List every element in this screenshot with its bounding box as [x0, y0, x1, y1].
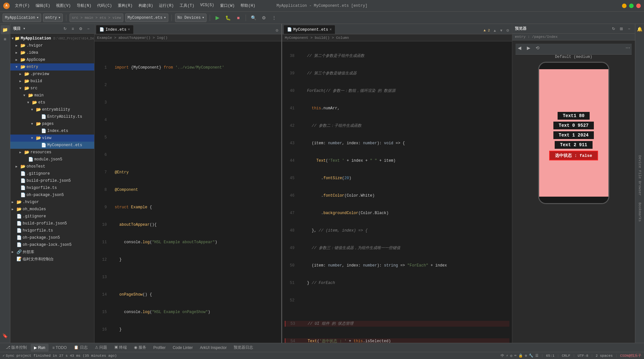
panel-collapse-icon[interactable]: ≡: [70, 26, 76, 32]
tab-services[interactable]: ◉ 服务: [131, 344, 149, 352]
tree-appscope[interactable]: ▶ 📂 AppScope: [10, 56, 94, 63]
device-file-browser-label[interactable]: Device File Browser: [637, 153, 643, 198]
status-icon-6[interactable]: ⚙: [525, 354, 527, 358]
tree-main[interactable]: ▼ 📂 main: [10, 92, 94, 99]
menu-run[interactable]: 运行(R): [156, 2, 176, 9]
tab-preview-log[interactable]: 预览器日志: [230, 344, 256, 352]
tab-arkui-inspector[interactable]: ArkUI Inspector: [197, 344, 230, 352]
status-icon-7[interactable]: 🔧: [529, 354, 533, 358]
status-icon-8[interactable]: ☰: [535, 354, 539, 358]
tree-src[interactable]: ▼ 📂 src: [10, 85, 94, 92]
tree-oh-package-root[interactable]: 📄 oh-package.json5: [10, 234, 94, 241]
left-pane-settings[interactable]: ⚙: [274, 27, 280, 33]
tab-code-linter[interactable]: Code Linter: [170, 344, 196, 352]
right-pane-down[interactable]: ▼: [498, 27, 504, 33]
preview-minimize-icon[interactable]: −: [626, 26, 632, 32]
status-position[interactable]: 65:1: [546, 354, 554, 358]
sidebar-project-icon[interactable]: 📁: [1, 25, 10, 34]
status-line-ending[interactable]: CRLF: [562, 354, 570, 358]
tab-log[interactable]: 📋 日志: [71, 344, 91, 352]
sidebar-bookmarks-icon[interactable]: 🔖: [1, 331, 10, 340]
status-icon-4[interactable]: ⌨: [514, 354, 516, 358]
right-pane-up[interactable]: ▲: [492, 27, 498, 33]
tree-gitignore-root[interactable]: 📄 .gitignore: [10, 213, 94, 220]
tree-build[interactable]: ▶ 📂 build: [10, 78, 94, 85]
tree-ohostest[interactable]: ▶ 📂 ohosTest: [10, 163, 94, 170]
tree-entryability[interactable]: ▼ 📂 entryability: [10, 106, 94, 113]
tree-hvigorfile-root[interactable]: 📄 hvigorfile.ts: [10, 227, 94, 234]
left-tab-close[interactable]: ×: [128, 27, 130, 32]
close-button[interactable]: ×: [636, 4, 641, 8]
preview-refresh-icon[interactable]: ↻: [610, 26, 617, 32]
preview-grid-icon[interactable]: ⊞: [618, 26, 625, 32]
module-dropdown[interactable]: entry ▾: [43, 14, 63, 22]
more-button[interactable]: ⋮: [270, 14, 278, 22]
tree-oh-package[interactable]: 📄 oh-package.json5: [10, 191, 94, 199]
tree-root[interactable]: ▼ 📁 MyApplication D:\002_Project\014_Dev…: [10, 35, 94, 42]
tab-terminal[interactable]: ▣ 终端: [111, 344, 130, 352]
right-pane-settings[interactable]: ⚙: [505, 27, 511, 33]
tab-todo[interactable]: ≡ TODO: [49, 344, 70, 352]
right-tab-close[interactable]: ×: [329, 27, 332, 32]
sidebar-structure-icon[interactable]: ≡: [1, 35, 10, 44]
tree-build-profile[interactable]: 📄 build-profile.json5: [10, 177, 94, 184]
menu-navigate[interactable]: 导航(N): [74, 2, 94, 9]
right-code-area[interactable]: 38 // 第二个参数是子组件生成函数 39 // 第三个参数是键值生成器 40…: [282, 41, 512, 343]
tree-oh-modules[interactable]: ▶ 📂 oh_modules: [10, 206, 94, 213]
status-indent[interactable]: 2 spaces: [596, 354, 613, 358]
left-code-area[interactable]: 1 import {MyComponent} from '../view/MyC…: [94, 41, 281, 343]
left-tab-index[interactable]: 📄 Index.ets ×: [96, 25, 134, 34]
tab-run[interactable]: ▶ Run: [31, 344, 48, 352]
menu-build[interactable]: 构建(B): [136, 2, 156, 9]
status-encoding[interactable]: UTF-8: [578, 354, 588, 358]
preview-more-btn[interactable]: ⋯: [624, 44, 632, 52]
tree-preview[interactable]: ▶ 📂 .preview: [10, 71, 94, 78]
preview-rotate-btn[interactable]: ⟲: [534, 44, 541, 52]
tab-version-control[interactable]: ⎇ 版本控制: [3, 344, 30, 352]
panel-settings-icon[interactable]: ⚙: [77, 26, 84, 32]
tab-problems[interactable]: ⚠ 问题: [92, 344, 110, 352]
tree-hvigor-root[interactable]: ▶ 📂 .hvigor: [10, 199, 94, 206]
tree-resources[interactable]: ▶ 📂 resources: [10, 149, 94, 156]
menu-edit[interactable]: 编辑(E): [33, 2, 53, 9]
status-icon-3[interactable]: ◎: [510, 354, 512, 358]
tree-module-json5[interactable]: 📄 module.json5: [10, 156, 94, 163]
tab-profiler[interactable]: Profiler: [150, 344, 169, 352]
menu-tools[interactable]: 工具(T): [177, 2, 197, 9]
tree-hvigorfile[interactable]: 📄 hvigorfile.ts: [10, 184, 94, 191]
tree-mycomponent-ets[interactable]: 📄 MyComponent.ets: [10, 142, 94, 149]
tree-scratch[interactable]: 📝 临时文件和控制台: [10, 256, 94, 263]
tree-entryability-ts[interactable]: 📄 EntryAbility.ts: [10, 113, 94, 120]
preview-forward-btn[interactable]: ▶: [525, 44, 532, 52]
tree-pages[interactable]: ▼ 📂 pages: [10, 120, 94, 127]
project-dropdown[interactable]: MyApplication ▾: [3, 14, 41, 22]
tree-entry[interactable]: ▼ 📂 entry: [10, 63, 94, 71]
menu-help[interactable]: 帮助(H): [238, 2, 258, 9]
search-button[interactable]: 🔍: [249, 14, 258, 22]
status-icon-5[interactable]: 🔒: [518, 354, 523, 358]
menu-vcs[interactable]: VCS(S): [197, 2, 217, 9]
file-dropdown[interactable]: MyComponent.ets ▾: [125, 14, 168, 22]
maximize-button[interactable]: □: [629, 4, 634, 8]
tree-build-profile-root[interactable]: 📄 build-profile.json5: [10, 220, 94, 227]
tree-external-lib[interactable]: ▶ 🔗 外部库: [10, 248, 94, 256]
notifications-sidebar-icon[interactable]: 🔔: [636, 25, 644, 33]
tree-oh-package-lock[interactable]: 📄 oh-package-lock.json5: [10, 241, 94, 248]
tree-view[interactable]: ▼ 📂 view: [10, 135, 94, 142]
menu-window[interactable]: 窗口(W): [217, 2, 238, 9]
settings-button[interactable]: ⚙: [260, 14, 268, 22]
device-dropdown[interactable]: No Devices ▾: [175, 14, 206, 22]
tree-idea[interactable]: ▶ 📂 .idea: [10, 49, 94, 56]
status-lang-icon[interactable]: 中: [501, 353, 504, 358]
debug-button[interactable]: 🐛: [224, 14, 232, 22]
menu-code[interactable]: 代码(C): [94, 2, 115, 9]
panel-minimize-icon[interactable]: −: [85, 26, 92, 32]
minimize-button[interactable]: −: [622, 4, 627, 8]
bookmarks-label[interactable]: Bookmarks: [637, 200, 643, 224]
stop-button[interactable]: ■: [234, 14, 242, 22]
tree-index-ets[interactable]: 📄 Index.ets: [10, 127, 94, 135]
run-button[interactable]: ▶: [213, 14, 222, 22]
panel-sync-icon[interactable]: ↻: [62, 26, 68, 32]
tree-gitignore-entry[interactable]: 📄 .gitignore: [10, 170, 94, 177]
menu-file[interactable]: 文件(F): [12, 2, 32, 9]
